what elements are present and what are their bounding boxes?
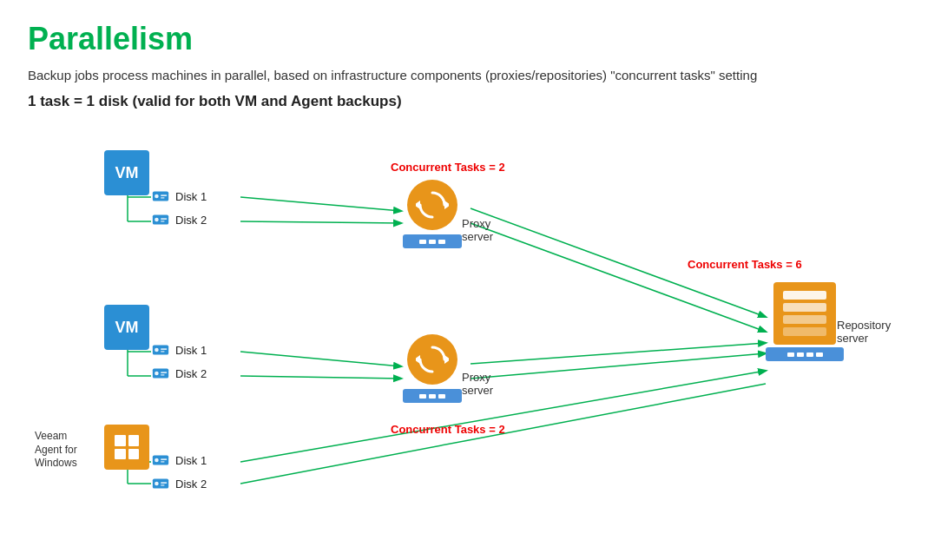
proxy2-icon	[403, 334, 462, 403]
svg-rect-30	[161, 351, 165, 352]
subtitle-text: Backup jobs process machines in parallel…	[28, 66, 913, 84]
proxy1-label: Proxy server	[462, 204, 493, 243]
svg-point-24	[155, 218, 159, 222]
svg-line-3	[240, 197, 401, 211]
repo-dot	[806, 352, 813, 357]
proxy-dot	[429, 394, 436, 399]
disk2-vm1-label: Disk 2	[175, 214, 207, 227]
disk2-vm2: Disk 2	[151, 364, 207, 383]
proxy2-bar	[403, 389, 462, 403]
disk-icon	[151, 187, 170, 206]
repo-bar-1	[783, 291, 826, 300]
svg-rect-41	[161, 482, 167, 484]
disk-icon	[151, 474, 170, 493]
disk-icon	[151, 364, 170, 383]
proxy1-icon	[403, 180, 462, 248]
proxy1-bar	[403, 234, 462, 248]
disk1-vm2-label: Disk 1	[175, 344, 207, 357]
repo-dot	[797, 352, 804, 357]
disk1-agent-label: Disk 1	[175, 454, 207, 467]
proxy1-circle	[407, 180, 457, 230]
svg-line-15	[470, 343, 766, 364]
proxy2-circle	[407, 334, 457, 385]
concurrent-tasks-proxy2: Concurrent Tasks = 2	[391, 423, 505, 436]
proxy2-arrows-svg	[416, 343, 449, 376]
concurrent-tasks-proxy1: Concurrent Tasks = 2	[391, 161, 505, 174]
svg-line-8	[240, 352, 401, 366]
agent-label: Veeam Agent for Windows	[35, 430, 77, 471]
svg-rect-34	[161, 374, 165, 376]
svg-line-4	[240, 221, 401, 223]
disk-icon	[151, 340, 170, 359]
repo-bar-2	[783, 303, 826, 312]
svg-marker-43	[444, 201, 449, 209]
svg-line-9	[240, 376, 401, 379]
proxy-dot	[438, 394, 445, 399]
repo-label: Repository server	[837, 306, 891, 345]
svg-rect-25	[161, 218, 167, 220]
repo-stack	[773, 282, 836, 345]
disk2-agent-label: Disk 2	[175, 478, 207, 491]
svg-rect-26	[161, 221, 165, 222]
svg-rect-38	[161, 461, 165, 463]
svg-line-16	[470, 353, 766, 379]
disk1-vm1: Disk 1	[151, 187, 207, 206]
proxy-dot	[438, 240, 445, 244]
svg-point-40	[155, 482, 159, 486]
disk-icon	[151, 451, 170, 470]
repo-dot	[787, 352, 794, 357]
disk2-agent: Disk 2	[151, 474, 207, 493]
vm1-label: VM	[115, 164, 139, 182]
svg-marker-46	[416, 355, 420, 364]
proxy1-arrows-svg	[416, 188, 449, 221]
disk1-vm1-label: Disk 1	[175, 190, 207, 203]
svg-point-20	[155, 194, 159, 199]
svg-line-14	[470, 223, 766, 332]
repo-bar-4	[783, 327, 826, 336]
disk2-vm1: Disk 2	[151, 210, 207, 229]
svg-rect-21	[161, 194, 167, 196]
svg-point-28	[155, 348, 159, 352]
task-description: 1 task = 1 disk (valid for both VM and A…	[28, 93, 913, 110]
svg-line-17	[240, 371, 766, 462]
vm2-label: VM	[115, 319, 139, 337]
concurrent-tasks-repo: Concurrent Tasks = 6	[688, 258, 802, 271]
svg-point-32	[155, 372, 159, 376]
proxy-dot	[419, 240, 426, 244]
disk1-agent: Disk 1	[151, 451, 207, 470]
disk-icon	[151, 210, 170, 229]
windows-icon	[115, 435, 139, 459]
agent-box	[104, 425, 149, 470]
svg-rect-33	[161, 372, 167, 373]
repo-icon	[766, 282, 844, 361]
svg-rect-37	[161, 458, 167, 460]
repo-bar-3	[783, 315, 826, 324]
repo-connector	[766, 347, 844, 361]
svg-rect-22	[161, 197, 165, 199]
page-title: Parallelism	[28, 21, 913, 57]
svg-rect-42	[161, 484, 165, 486]
disk1-vm2: Disk 1	[151, 340, 207, 359]
svg-marker-44	[416, 201, 420, 209]
diagram: VM Disk 1 Disk 2 VM Disk 1	[28, 128, 913, 492]
proxy-dot	[429, 240, 436, 244]
proxy-dot	[419, 394, 426, 399]
disk2-vm2-label: Disk 2	[175, 367, 207, 380]
proxy2-label: Proxy server	[462, 358, 493, 397]
svg-point-36	[155, 458, 159, 463]
svg-marker-45	[444, 355, 449, 364]
repo-dot	[816, 352, 823, 357]
vm1-box: VM	[104, 150, 149, 195]
svg-rect-29	[161, 348, 167, 350]
vm2-box: VM	[104, 305, 149, 350]
